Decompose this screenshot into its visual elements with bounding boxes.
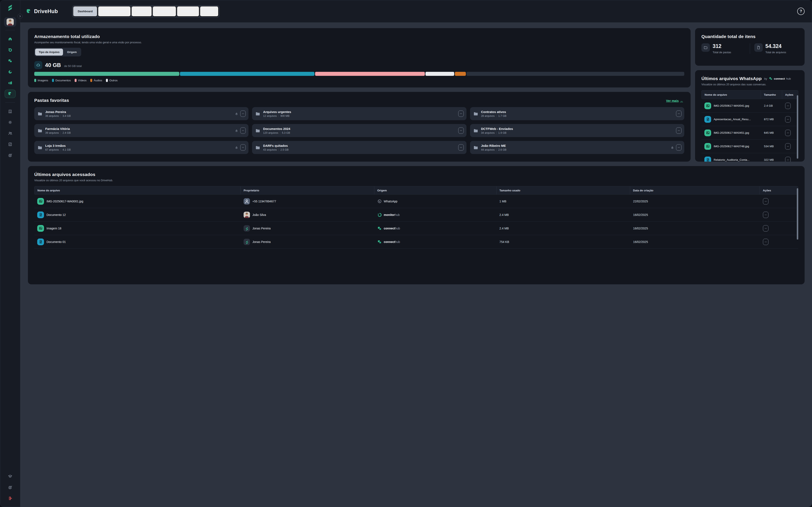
folder-icon <box>38 128 43 133</box>
sidebar-item-chart-app[interactable] <box>5 78 16 87</box>
folder-card[interactable]: Arquivos urgentes 12 arquivos 900 MB <box>252 107 406 120</box>
folder-meta: 43 arquivos 2.5 GB <box>263 148 289 151</box>
origin-brand: WhatsApp <box>377 199 398 204</box>
folder-actions <box>235 110 246 117</box>
recent-file-row[interactable]: Documento 12 João Silva monitorhub 2.4 M… <box>34 208 406 222</box>
legend-item-imagens: Imagens <box>34 79 48 82</box>
user-check-icon <box>8 153 12 158</box>
recent-files-card: Últimos arquivos acessados Visualize os … <box>28 166 406 253</box>
nav-tab-clientes[interactable]: Clientes <box>131 6 152 17</box>
folder-size: 900 MB <box>281 114 290 117</box>
folder-menu-button[interactable] <box>240 110 246 117</box>
folder-file-count: 12 arquivos <box>263 114 277 117</box>
col-proprietario: Proprietário <box>241 186 374 194</box>
user-photo <box>7 18 14 25</box>
nav-tab-lixeira[interactable]: Lixeira <box>200 6 219 17</box>
sidebar-item-monitorhub[interactable] <box>5 46 16 54</box>
folder-info: Documentos 2024 120 arquivos 5.3 GB <box>263 127 290 134</box>
file-type-icon <box>37 212 44 218</box>
toggle-origin[interactable]: Origem <box>63 49 80 56</box>
sidebar-item-connecthub[interactable] <box>5 57 16 65</box>
legend-chip <box>106 79 108 82</box>
owner-avatar <box>244 225 250 231</box>
file-type-icon <box>37 238 44 245</box>
lock-icon <box>235 146 238 149</box>
folder-size: 3.4 GB <box>63 114 71 117</box>
storage-total-label: de 50 GB total <box>64 64 82 68</box>
file-name: Documento 01 <box>47 240 66 243</box>
file-type-icon <box>37 225 44 232</box>
sidebar-item-pie-app[interactable] <box>5 68 16 76</box>
home-icon <box>8 37 12 41</box>
folder-name: DARFs quitados <box>263 144 289 148</box>
meta-separator <box>61 131 61 134</box>
sidebar-expand-button[interactable] <box>17 14 22 19</box>
folder-meta: 12 arquivos 900 MB <box>263 114 291 117</box>
nav-tab-dashboard[interactable]: Dashboard <box>73 6 98 17</box>
folder-meta: 36 arquivos 3.4 GB <box>45 114 71 117</box>
folder-info: Loja 3 Irmãos 67 arquivos 4.1 GB <box>45 144 71 151</box>
storage-view-toggle: Tipo de Arquivo Origem <box>34 48 81 56</box>
folder-info: Arquivos urgentes 12 arquivos 900 MB <box>263 110 291 117</box>
cloud-icon <box>34 61 42 69</box>
sidebar-item-drivehub-active[interactable] <box>5 90 16 98</box>
recent-file-row[interactable]: Documento 01 Jonas Pereira connecthub 75… <box>34 235 406 249</box>
owner-avatar <box>244 198 250 205</box>
folder-card[interactable]: Jonas Pereira 36 arquivos 3.4 GB <box>34 107 248 120</box>
nav-tab-área-de-trabalho[interactable]: Área de Trabalho <box>98 6 131 17</box>
sidebar-item-home[interactable] <box>5 35 16 43</box>
folder-file-count: 36 arquivos <box>45 114 59 117</box>
origin-cell: connecthub <box>374 239 406 244</box>
recent-file-row[interactable]: IMG-20250617-WA0001.jpg +55 11947894677 … <box>34 194 406 208</box>
connecthub-logo-icon <box>8 59 12 63</box>
monitorhub-logo-icon <box>8 48 12 52</box>
folder-file-count: 67 arquivos <box>45 148 59 151</box>
meta-separator <box>280 131 280 134</box>
file-name-cell: IMG-20250617-WA0001.jpg <box>34 198 241 205</box>
file-name: Imagem 18 <box>47 227 61 230</box>
folder-card[interactable]: Documentos 2024 120 arquivos 5.3 GB <box>252 124 406 137</box>
storage-title: Armazenamento total utilizado <box>34 34 406 39</box>
folder-name: Arquivos urgentes <box>263 110 291 114</box>
folder-icon <box>255 111 260 116</box>
folder-size: 4.1 GB <box>63 148 71 151</box>
folder-icon <box>38 111 43 116</box>
storage-bar <box>34 72 406 76</box>
toggle-file-type[interactable]: Tipo de Arquivo <box>35 49 63 56</box>
folder-card[interactable]: DARFs quitados 43 arquivos 2.5 GB <box>252 141 406 154</box>
sidebar-item-settings[interactable] <box>5 118 16 126</box>
chevron-right-icon <box>19 15 21 17</box>
user-avatar[interactable] <box>4 17 16 27</box>
origin-cell: monitorhub <box>374 213 406 217</box>
sidebar-item-company[interactable] <box>5 107 16 116</box>
folder-actions <box>235 144 246 151</box>
folder-info: DARFs quitados 43 arquivos 2.5 GB <box>263 144 289 151</box>
sidebar-item-users[interactable] <box>5 129 16 137</box>
file-type-icon <box>37 198 44 205</box>
folder-meta: 67 arquivos 4.1 GB <box>45 148 71 151</box>
app-title: DriveHub <box>34 8 58 14</box>
favorites-grid: Jonas Pereira 36 arquivos 3.4 GB Arquivo… <box>34 107 406 154</box>
ellipsis-icon <box>242 146 245 149</box>
legend-label: Imagens <box>38 79 48 82</box>
owner-name: João Silva <box>252 213 266 217</box>
file-name-cell: Documento 12 <box>34 212 241 218</box>
legend-label: Documentos <box>55 79 71 82</box>
file-name-cell: Imagem 18 <box>34 225 241 232</box>
folder-card[interactable]: Farmácia Vitória 39 arquivos 2.4 GB <box>34 124 248 137</box>
nav-tab-favoritos[interactable]: Favoritos <box>177 6 199 17</box>
owner-name: Jonas Pereira <box>252 227 271 230</box>
legend-chip <box>74 79 77 82</box>
legend-chip <box>90 79 92 82</box>
folder-menu-button[interactable] <box>240 144 246 151</box>
owner-cell: João Silva <box>241 212 374 218</box>
sidebar-item-tasks[interactable] <box>5 140 16 149</box>
recent-file-row[interactable]: Imagem 18 Jonas Pereira connecthub 2.4 M… <box>34 222 406 235</box>
sidebar-item-account[interactable] <box>5 151 16 160</box>
origin-brand: connecthub <box>377 226 400 231</box>
storage-card: Armazenamento total utilizado Acompanhe … <box>28 28 406 88</box>
folder-menu-button[interactable] <box>240 127 246 134</box>
folder-card[interactable]: Loja 3 Irmãos 67 arquivos 4.1 GB <box>34 141 248 154</box>
nav-tab-whatsapp[interactable]: WhatsApp <box>152 6 176 17</box>
gear-icon <box>8 120 12 125</box>
